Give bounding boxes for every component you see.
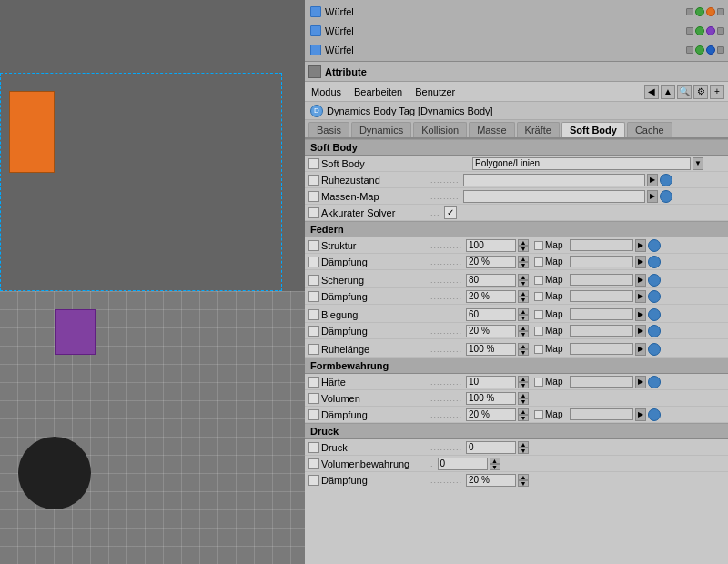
scene-row[interactable]: Würfel [305,2,728,21]
scherung-spin-down[interactable]: ▼ [518,280,529,287]
biegung-map-world-icon[interactable] [648,308,661,321]
volumen-spin-up[interactable]: ▲ [518,392,529,398]
tab-cache[interactable]: Cache [627,122,672,137]
dampfung3-map-input[interactable] [570,325,633,337]
dampfung4-map-input[interactable] [570,408,633,420]
struktur-checkbox[interactable] [308,240,319,251]
dampfung3-map-world-icon[interactable] [648,325,661,337]
akkurater-solver-check-icon[interactable]: ✓ [444,206,457,219]
massen-map-arrow-icon[interactable]: ▶ [647,190,658,203]
tab-krafte[interactable]: Kräfte [517,122,560,137]
massen-map-input[interactable] [463,190,645,203]
ruhezustand-arrow-icon[interactable]: ▶ [647,174,658,186]
biegung-input[interactable] [466,308,516,321]
ruhelange-spin-up[interactable]: ▲ [518,343,529,349]
volumenbewahrung-spin-down[interactable]: ▼ [490,464,500,470]
dampfung1-map-input[interactable] [570,256,633,267]
dampfung1-map-world-icon[interactable] [648,256,661,268]
dampfung4-spin-up[interactable]: ▲ [518,408,529,415]
harte-map-input[interactable] [570,376,633,388]
tab-masse[interactable]: Masse [469,122,514,137]
struktur-input[interactable] [466,239,516,252]
struktur-map-checkbox[interactable] [534,241,543,250]
dampfung1-input[interactable] [466,256,516,268]
struktur-spin-down[interactable]: ▼ [518,246,529,252]
ruhelange-map-checkbox[interactable] [534,345,543,354]
dampfung1-checkbox[interactable] [308,257,319,267]
harte-map-checkbox[interactable] [534,378,543,387]
ruhezustand-checkbox[interactable] [308,175,319,186]
dampfung5-input[interactable] [466,474,516,487]
dampfung5-checkbox[interactable] [308,475,319,486]
struktur-spin-up[interactable]: ▲ [518,239,529,246]
soft-body-mode-checkbox[interactable] [308,158,319,169]
volumenbewahrung-spin-up[interactable]: ▲ [490,458,500,464]
dampfung5-spin-up[interactable]: ▲ [518,474,529,480]
dampfung4-input[interactable] [466,408,516,421]
harte-map-arrow-icon[interactable]: ▶ [635,376,646,388]
volumen-checkbox[interactable] [308,393,319,404]
dampfung1-map-checkbox[interactable] [534,257,543,267]
tab-soft-body[interactable]: Soft Body [561,122,625,137]
struktur-map-arrow-icon[interactable]: ▶ [635,239,646,252]
settings-icon[interactable]: ⚙ [693,85,708,99]
massen-map-checkbox[interactable] [308,191,319,202]
dampfung3-map-checkbox[interactable] [534,327,543,336]
ruhelange-map-world-icon[interactable] [648,343,661,356]
content-area[interactable]: Soft Body Soft Body ............ ▼ Ruhez… [305,139,728,564]
biegung-map-input[interactable] [570,308,633,320]
scherung-map-input[interactable] [570,274,633,286]
ruhelange-map-arrow-icon[interactable]: ▶ [635,343,646,356]
massen-map-world-icon[interactable] [660,190,672,203]
dampfung5-spin-down[interactable]: ▼ [518,480,529,487]
dampfung2-map-world-icon[interactable] [648,290,661,303]
dampfung3-map-arrow-icon[interactable]: ▶ [635,325,646,337]
dampfung1-map-arrow-icon[interactable]: ▶ [635,256,646,268]
scherung-spin-up[interactable]: ▲ [518,274,529,280]
ruhelange-map-input[interactable] [570,343,633,355]
dampfung2-spin-up[interactable]: ▲ [518,290,529,297]
scene-row[interactable]: Würfel [305,21,728,40]
dampfung2-spin-down[interactable]: ▼ [518,297,529,303]
scherung-map-arrow-icon[interactable]: ▶ [635,274,646,287]
harte-spin-down[interactable]: ▼ [518,382,529,388]
dampfung3-checkbox[interactable] [308,326,319,337]
druck-input[interactable] [466,441,516,454]
dampfung2-map-checkbox[interactable] [534,292,543,301]
scherung-map-checkbox[interactable] [534,276,543,285]
search-icon[interactable]: 🔍 [677,85,692,99]
add-icon[interactable]: + [710,85,724,99]
biegung-spin-down[interactable]: ▼ [518,315,529,321]
tab-dynamics[interactable]: Dynamics [351,122,411,137]
biegung-map-arrow-icon[interactable]: ▶ [635,308,646,321]
dampfung3-spin-up[interactable]: ▲ [518,325,529,331]
dampfung4-map-world-icon[interactable] [648,408,661,421]
akkurater-solver-checkbox[interactable] [308,207,319,218]
harte-input[interactable] [466,376,516,388]
ruhelange-checkbox[interactable] [308,344,319,355]
struktur-map-world-icon[interactable] [648,239,661,252]
biegung-checkbox[interactable] [308,309,319,320]
tab-kollision[interactable]: Kollision [413,122,467,137]
dampfung4-map-arrow-icon[interactable]: ▶ [635,408,646,421]
nav-back-icon[interactable]: ◀ [644,85,659,99]
dampfung2-checkbox[interactable] [308,291,319,302]
volumenbewahrung-input[interactable] [438,458,488,470]
nav-up-icon[interactable]: ▲ [661,85,675,99]
dampfung2-map-arrow-icon[interactable]: ▶ [635,290,646,303]
volumen-input[interactable] [466,392,516,405]
dampfung4-map-checkbox[interactable] [534,410,543,419]
druck-spin-down[interactable]: ▼ [518,448,529,454]
scherung-map-world-icon[interactable] [648,274,661,287]
dampfung2-input[interactable] [466,290,516,303]
harte-map-world-icon[interactable] [648,376,661,388]
modus-button[interactable]: Modus [308,86,344,98]
bearbeiten-button[interactable]: Bearbeiten [351,86,405,98]
dampfung3-input[interactable] [466,325,516,337]
dropdown-arrow-icon[interactable]: ▼ [693,157,703,170]
ruhelange-spin-down[interactable]: ▼ [518,349,529,356]
dampfung4-spin-down[interactable]: ▼ [518,415,529,421]
biegung-spin-up[interactable]: ▲ [518,308,529,315]
ruhezustand-input[interactable] [463,174,645,186]
ruhezustand-world-icon[interactable] [660,174,672,186]
